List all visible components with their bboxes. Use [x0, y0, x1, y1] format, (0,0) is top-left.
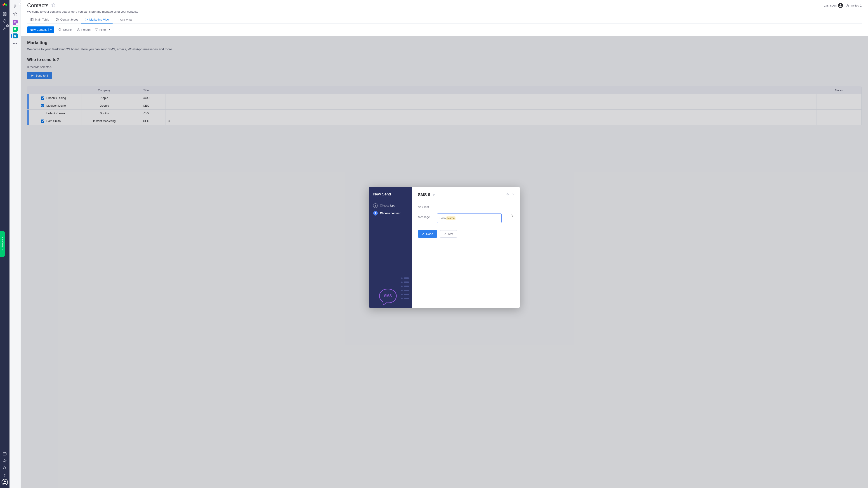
workspace-column: M⌂ H N •••	[9, 0, 21, 488]
col-company[interactable]: Company	[82, 89, 127, 92]
svg-point-1	[4, 3, 5, 5]
table-row[interactable]: Sam Smith Instant Marketing CEO C	[27, 117, 862, 125]
svg-rect-6	[5, 14, 6, 15]
filter-tool[interactable]: Filter▾	[95, 28, 110, 31]
tab-marketing-view[interactable]: Marketing View	[81, 16, 113, 24]
modal-title[interactable]: SMS 6	[418, 193, 430, 197]
monday-logo[interactable]	[2, 2, 7, 7]
contact-company: Spotify	[82, 109, 127, 117]
step-choose-content[interactable]: 2 Choose content	[373, 211, 407, 216]
contact-name: Phoenix Rising	[46, 96, 66, 100]
search-icon[interactable]	[1, 464, 8, 472]
row-checkbox[interactable]	[41, 96, 44, 100]
tab-contact-types[interactable]: Contact types	[53, 16, 82, 24]
contact-title: COO	[127, 94, 165, 102]
inbox-badge: 2	[6, 24, 9, 27]
who-to-send-title: Who to send to?	[27, 57, 862, 62]
last-seen-avatar	[838, 3, 843, 8]
board-toolbar: New Contact ▾ Search Person Filter▾	[21, 24, 868, 36]
send-to-button[interactable]: Send to 3	[27, 72, 52, 79]
boards-icon[interactable]	[1, 10, 8, 18]
row-checkbox[interactable]	[41, 120, 44, 123]
tab-main-table[interactable]: Main Table	[27, 16, 53, 24]
contact-extra	[165, 109, 816, 117]
board-subtitle: Welcome to your contacts board! Here you…	[27, 10, 862, 13]
name-merge-token[interactable]: Name	[446, 217, 456, 220]
profile-avatar[interactable]	[2, 479, 8, 485]
chevron-down-icon[interactable]: ▾	[49, 29, 52, 31]
modal-sidebar-title: New Send	[373, 192, 407, 197]
expand-editor-icon[interactable]	[510, 214, 514, 218]
add-view-button[interactable]: + Add View	[114, 16, 135, 23]
contact-name: Sam Smith	[46, 119, 61, 123]
modal-sidebar: New Send 1 Choose type 2 Choose content …	[369, 187, 412, 308]
favorites-star-icon[interactable]	[11, 10, 19, 18]
modal-close-icon[interactable]: ✕	[512, 193, 515, 196]
chevron-down-icon: ▾	[109, 29, 110, 31]
contact-company: Google	[82, 102, 127, 109]
step-choose-type[interactable]: 1 Choose type	[373, 203, 407, 208]
col-notes[interactable]: Notes	[816, 89, 862, 92]
contact-title: CEO	[127, 102, 165, 109]
favorite-star-icon[interactable]	[51, 3, 55, 8]
decorative-dots	[401, 278, 409, 299]
section-description: Welcome to your MarketingOS board. Here …	[27, 47, 862, 51]
contact-notes	[816, 109, 862, 117]
message-text: Hello	[439, 217, 445, 220]
contact-title: CIO	[127, 109, 165, 117]
add-ab-test-button[interactable]: +	[438, 204, 442, 209]
contact-company: Apple	[82, 94, 127, 102]
new-contact-button[interactable]: New Contact ▾	[27, 26, 54, 33]
table-row[interactable]: Madison Doyle Google CEO	[27, 102, 862, 109]
new-send-modal: New Send 1 Choose type 2 Choose content …	[369, 187, 520, 308]
workspace-m[interactable]: M⌂	[13, 20, 18, 25]
workspace-h[interactable]: H	[13, 27, 18, 32]
bolt-icon[interactable]	[11, 2, 19, 9]
contacts-table: Company Title Notes Phoenix Rising Apple…	[27, 86, 862, 125]
board-header: Contacts Last seen Invite / 1 Welcome to…	[21, 0, 868, 24]
svg-rect-7	[3, 453, 6, 455]
invite-button[interactable]: Invite / 1	[846, 4, 862, 7]
contact-name: Madison Doyle	[46, 104, 66, 107]
help-icon[interactable]	[1, 472, 8, 479]
workspace-n-active[interactable]: N	[13, 33, 18, 38]
contact-title: CEO	[127, 117, 165, 125]
section-title: Marketing	[27, 40, 862, 45]
inbox-icon[interactable]: 2	[1, 25, 8, 32]
step-number: 1	[373, 203, 378, 208]
see-plans-tab[interactable]: ✦ See plans	[0, 231, 5, 257]
invite-members-icon[interactable]	[1, 457, 8, 464]
svg-point-8	[4, 459, 5, 461]
svg-point-18	[59, 29, 61, 31]
svg-point-12	[4, 481, 6, 482]
calendar-icon[interactable]	[1, 450, 8, 457]
search-tool[interactable]: Search	[58, 28, 72, 31]
row-checkbox[interactable]	[41, 112, 44, 115]
contact-notes	[816, 94, 862, 102]
done-button[interactable]: Done	[418, 230, 437, 238]
modal-settings-icon[interactable]: ⚙	[506, 193, 509, 196]
contact-company: Instant Marketing	[82, 117, 127, 125]
col-title[interactable]: Title	[127, 89, 165, 92]
message-input[interactable]: Hello Name	[437, 214, 502, 223]
invite-label: Invite / 1	[850, 4, 862, 7]
notifications-icon[interactable]	[1, 18, 8, 25]
modal-content: ⚙ ✕ SMS 6 A/B Test + Message Hello Name	[412, 187, 520, 308]
table-row[interactable]: Leilani Krause Spotify CIO	[27, 109, 862, 117]
last-seen[interactable]: Last seen	[824, 3, 843, 8]
contact-extra	[165, 94, 816, 102]
person-tool[interactable]: Person	[76, 28, 91, 31]
plus-icon: +	[117, 18, 119, 22]
step-number: 2	[373, 211, 378, 216]
table-row[interactable]: Phoenix Rising Apple COO	[27, 94, 862, 102]
svg-point-9	[3, 466, 6, 469]
contact-notes	[816, 117, 862, 125]
board-title[interactable]: Contacts	[27, 2, 49, 8]
svg-point-13	[840, 4, 841, 6]
edit-title-icon[interactable]	[432, 193, 435, 197]
row-checkbox[interactable]	[41, 104, 44, 107]
test-button[interactable]: Test	[440, 230, 457, 238]
message-label: Message	[418, 214, 431, 219]
svg-point-0	[2, 4, 4, 6]
more-workspaces-icon[interactable]: •••	[13, 41, 18, 46]
